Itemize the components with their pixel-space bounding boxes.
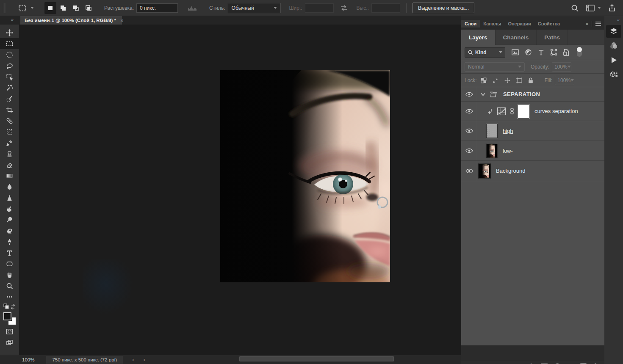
lock-all-icon[interactable] xyxy=(528,77,534,84)
layer-row-high[interactable]: high xyxy=(461,121,604,141)
lock-pixels-icon[interactable] xyxy=(492,77,499,84)
screen-mode-button[interactable] xyxy=(0,337,19,348)
layer-thumbnail[interactable] xyxy=(478,163,491,179)
visibility-toggle[interactable] xyxy=(461,161,477,181)
layer-row-group[interactable]: SEPARATION xyxy=(461,87,604,102)
tool-dodge[interactable] xyxy=(0,214,19,225)
curves-adjustment-icon[interactable] xyxy=(497,107,506,116)
tool-elliptical-marquee[interactable] xyxy=(0,49,19,60)
tool-crop[interactable] xyxy=(0,104,19,115)
filter-shape-layers-icon[interactable] xyxy=(550,49,557,56)
tool-quick-selection[interactable] xyxy=(0,93,19,104)
foreground-background-colors[interactable] xyxy=(3,312,16,325)
visibility-toggle[interactable] xyxy=(461,141,477,160)
toolbar-overflow-chevron[interactable]: » xyxy=(11,17,13,22)
document-tab[interactable]: Без имени-1 @ 100% (Слой 1, RGB/8) * × xyxy=(20,16,122,25)
foreground-color-swatch[interactable] xyxy=(3,312,11,320)
tool-lasso[interactable] xyxy=(0,60,19,71)
tab-sloi[interactable]: Слои xyxy=(461,20,480,28)
layer-name[interactable]: low- xyxy=(503,148,513,154)
tool-clone-stamp[interactable] xyxy=(0,148,19,159)
visibility-toggle[interactable] xyxy=(461,87,477,101)
layer-name[interactable]: SEPARATION xyxy=(503,91,540,97)
tool-gradient[interactable] xyxy=(0,170,19,181)
chevron-down-icon[interactable] xyxy=(481,93,485,96)
share-icon[interactable] xyxy=(608,4,616,12)
tab-channels[interactable]: Channels xyxy=(496,30,537,45)
tool-type[interactable] xyxy=(0,247,19,258)
anti-alias-icon[interactable] xyxy=(187,4,197,12)
visibility-toggle[interactable] xyxy=(461,102,477,121)
opacity-input[interactable]: 100% xyxy=(552,62,571,72)
tool-pen[interactable] xyxy=(0,236,19,247)
layer-name[interactable]: curves separation xyxy=(534,108,578,114)
select-and-mask-button[interactable]: Выделение и маска... xyxy=(413,3,474,13)
tool-brush[interactable] xyxy=(0,137,19,148)
tab-kanaly[interactable]: Каналы xyxy=(480,20,504,28)
swap-dimensions-icon[interactable] xyxy=(340,5,348,11)
tool-blur[interactable] xyxy=(0,181,19,192)
add-to-selection-button[interactable] xyxy=(57,2,69,14)
tool-frame[interactable] xyxy=(0,126,19,137)
tab-paths[interactable]: Paths xyxy=(537,30,568,45)
tool-healing-brush[interactable] xyxy=(0,115,19,126)
tool-shape[interactable] xyxy=(0,258,19,269)
tool-object-selection[interactable] xyxy=(0,71,19,82)
edit-toolbar-button[interactable] xyxy=(0,291,19,302)
panel-overflow-chevron[interactable]: » xyxy=(586,21,588,26)
visibility-toggle[interactable] xyxy=(461,121,477,141)
workspace-switcher[interactable] xyxy=(586,4,601,12)
kind-filter-select[interactable]: Kind xyxy=(465,47,505,58)
status-next-icon[interactable]: › xyxy=(132,356,134,363)
strip-color-themes-button[interactable] xyxy=(606,39,621,52)
new-adjustment-layer-icon[interactable] xyxy=(554,363,561,364)
default-swap-colors[interactable] xyxy=(0,302,19,311)
layer-thumbnail[interactable] xyxy=(486,124,498,138)
new-selection-button[interactable] xyxy=(44,2,56,14)
layer-row-curves-separation[interactable]: curves separation xyxy=(461,102,604,121)
layer-name[interactable]: Background xyxy=(496,168,525,174)
tool-preset-picker[interactable] xyxy=(18,3,34,13)
filter-type-layers-icon[interactable] xyxy=(537,49,545,56)
tool-move[interactable] xyxy=(0,27,19,38)
tool-hand[interactable] xyxy=(0,269,19,280)
intersect-selection-button[interactable] xyxy=(83,2,94,14)
height-input[interactable] xyxy=(371,3,400,13)
tool-smudge[interactable] xyxy=(0,203,19,214)
horizontal-scrollbar-thumb[interactable] xyxy=(239,356,394,361)
lock-position-icon[interactable] xyxy=(504,77,511,84)
layer-row-low[interactable]: low- xyxy=(461,141,604,161)
lock-transparency-icon[interactable] xyxy=(480,77,487,84)
tab-svoystva[interactable]: Свойства xyxy=(534,20,563,28)
style-select[interactable]: Обычный xyxy=(228,3,281,13)
fill-input[interactable]: 100% xyxy=(555,76,574,85)
tool-magic-wand[interactable] xyxy=(0,82,19,93)
layer-mask-thumbnail[interactable] xyxy=(518,104,529,119)
tool-burn[interactable] xyxy=(0,225,19,236)
layer-name[interactable]: high xyxy=(503,128,513,134)
tool-zoom[interactable] xyxy=(0,280,19,291)
tool-eraser[interactable] xyxy=(0,159,19,170)
strip-actions-button[interactable] xyxy=(606,54,621,66)
width-input[interactable] xyxy=(305,3,334,13)
layer-thumbnail[interactable] xyxy=(486,143,498,158)
filter-smart-objects-icon[interactable] xyxy=(563,49,570,56)
filter-toggle-switch[interactable] xyxy=(577,48,582,57)
delete-layer-icon[interactable] xyxy=(593,363,598,364)
panel-menu-icon[interactable] xyxy=(595,21,601,27)
document-image[interactable] xyxy=(220,70,390,282)
tab-operacii[interactable]: Операции xyxy=(504,20,534,28)
strip-3d-libraries-button[interactable] xyxy=(606,68,621,81)
lock-artboard-icon[interactable] xyxy=(516,77,523,84)
strip-layers-button[interactable] xyxy=(606,25,621,38)
search-icon[interactable] xyxy=(570,4,579,12)
tool-sharpen[interactable] xyxy=(0,192,19,203)
document-info[interactable]: 750 пикс. x 500 пикс. (72 ppi) xyxy=(46,356,123,364)
layer-styles-fx-icon[interactable]: fx xyxy=(529,363,534,364)
filter-pixel-layers-icon[interactable] xyxy=(511,49,519,56)
blend-mode-select[interactable]: Normal xyxy=(465,62,525,72)
zoom-level[interactable]: 100% xyxy=(22,357,34,362)
filter-adjustment-layers-icon[interactable] xyxy=(525,49,532,56)
collapse-panels-chevron[interactable]: « xyxy=(617,17,623,22)
tab-layers[interactable]: Layers xyxy=(461,30,496,45)
